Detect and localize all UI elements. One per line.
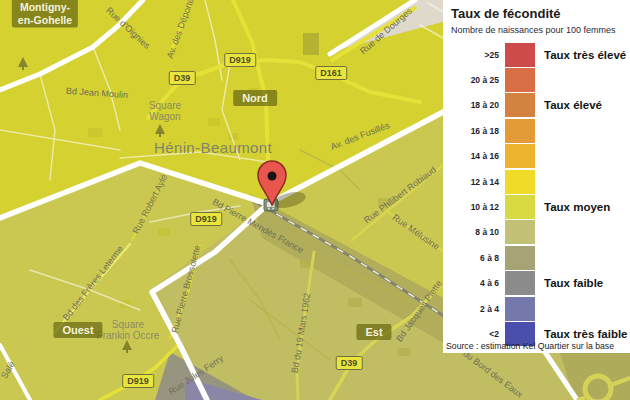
legend-row: 18 à 20Taux élevé xyxy=(451,93,630,118)
legend-range-label: 16 à 18 xyxy=(451,126,505,136)
route-badge-d39-south: D39 xyxy=(336,356,363,370)
route-badge-d919-north: D919 xyxy=(224,53,256,67)
park-block xyxy=(303,33,319,55)
legend-category-label: Taux moyen xyxy=(544,201,610,213)
route-badge-d919-center: D919 xyxy=(190,212,222,226)
legend-swatch xyxy=(505,297,535,321)
legend-range-label: 4 à 6 xyxy=(451,278,505,288)
district-badge-est: Est xyxy=(356,324,391,340)
place-label-square-frankin: Square Frankin Occre xyxy=(97,319,160,341)
legend-swatch xyxy=(505,144,535,168)
legend-range-label: 12 à 14 xyxy=(451,177,505,187)
legend-range-label: 18 à 20 xyxy=(451,100,505,110)
legend-category-label: Taux faible xyxy=(544,277,603,289)
legend-row: 20 à 25 xyxy=(451,67,630,92)
legend-source: Source : estimation Kel Quartier sur la … xyxy=(446,341,630,351)
legend-range-label: >25 xyxy=(451,50,505,60)
legend-panel: Taux de fécondité Nombre de naissances p… xyxy=(443,0,630,353)
legend-range-label: 2 à 4 xyxy=(451,304,505,314)
district-badge-nord: Nord xyxy=(233,90,277,106)
legend-swatch xyxy=(505,271,535,295)
place-label-square-wagon: Square Wagon xyxy=(149,100,181,122)
legend-swatch xyxy=(505,220,535,244)
legend-swatch xyxy=(505,93,535,117)
legend-row: 4 à 6Taux faible xyxy=(451,271,630,296)
legend-swatch xyxy=(505,43,535,67)
legend-range-label: 6 à 8 xyxy=(451,253,505,263)
legend-row: 6 à 8 xyxy=(451,245,630,270)
legend-row: 8 à 10 xyxy=(451,220,630,245)
legend-category-label: Taux très faible xyxy=(544,328,628,340)
legend-category-label: Taux très élevé xyxy=(544,49,626,61)
legend-range-label: 20 à 25 xyxy=(451,75,505,85)
legend-swatch xyxy=(505,170,535,194)
legend-range-label: 8 à 10 xyxy=(451,227,505,237)
legend-swatch xyxy=(505,119,535,143)
legend-swatch xyxy=(505,68,535,92)
legend-swatch xyxy=(505,195,535,219)
district-badge-montigny: Montigny- en-Gohelle xyxy=(12,0,78,28)
route-badge-d161: D161 xyxy=(315,66,347,80)
legend-title: Taux de fécondité xyxy=(451,6,630,21)
legend-range-label: 14 à 16 xyxy=(451,151,505,161)
legend-range-label: 10 à 12 xyxy=(451,202,505,212)
legend-row: 16 à 18 xyxy=(451,118,630,143)
legend-category-label: Taux élevé xyxy=(544,99,602,111)
legend-scale: >25Taux très élevé 20 à 25 18 à 20Taux é… xyxy=(451,42,630,347)
legend-row: 2 à 4 xyxy=(451,296,630,321)
legend-row: 12 à 14 xyxy=(451,169,630,194)
city-label: Hénin-Beaumont xyxy=(154,139,272,156)
legend-range-label: <2 xyxy=(451,329,505,339)
legend-swatch xyxy=(505,246,535,270)
legend-row: 10 à 12Taux moyen xyxy=(451,194,630,219)
legend-row: 14 à 16 xyxy=(451,144,630,169)
legend-subtitle: Nombre de naissances pour 100 femmes xyxy=(451,25,630,35)
legend-row: >25Taux très élevé xyxy=(451,42,630,67)
app-window: Hénin-Beaumont Square Wagon Square Frank… xyxy=(0,0,630,400)
route-badge-d919-south: D919 xyxy=(122,374,154,388)
route-badge-d39-north: D39 xyxy=(169,71,196,85)
district-badge-ouest: Ouest xyxy=(53,322,102,338)
